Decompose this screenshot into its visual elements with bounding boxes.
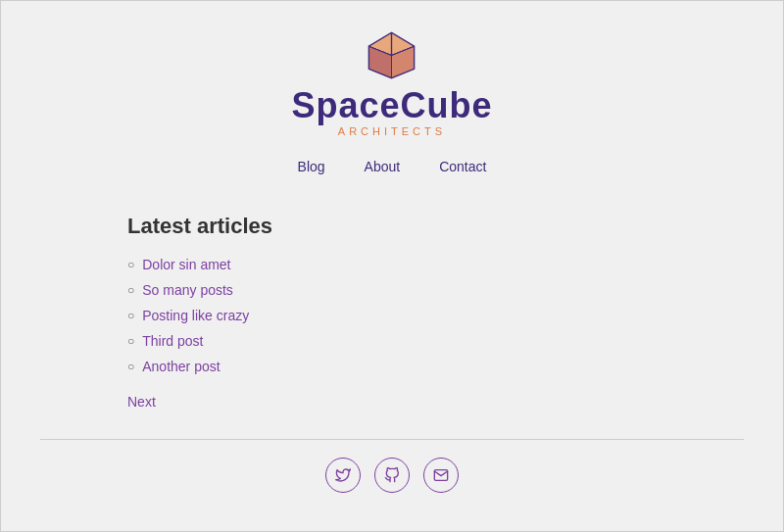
logo-container: SpaceCube ARCHITECTS: [291, 28, 492, 137]
logo-icon: [365, 28, 418, 82]
nav-about[interactable]: About: [365, 159, 401, 174]
list-item: Dolor sin amet: [127, 257, 666, 272]
nav-contact[interactable]: Contact: [439, 159, 486, 174]
list-item: Posting like crazy: [127, 308, 666, 323]
section-title: Latest articles: [127, 214, 666, 239]
article-link-2[interactable]: So many posts: [142, 282, 233, 298]
brand-subtitle: ARCHITECTS: [338, 125, 446, 137]
main-nav: Blog About Contact: [298, 159, 487, 174]
main-content: Latest articles Dolor sin amet So many p…: [118, 214, 666, 410]
twitter-icon[interactable]: [325, 458, 361, 493]
divider: [40, 439, 744, 440]
article-link-3[interactable]: Posting like crazy: [142, 308, 249, 323]
list-item: Another post: [127, 359, 666, 374]
footer: [325, 458, 459, 493]
list-item: So many posts: [127, 282, 666, 298]
article-link-1[interactable]: Dolor sin amet: [142, 257, 230, 272]
article-link-4[interactable]: Third post: [142, 333, 203, 349]
article-link-5[interactable]: Another post: [142, 359, 220, 374]
next-link[interactable]: Next: [127, 394, 666, 410]
email-icon[interactable]: [423, 458, 459, 493]
header: SpaceCube ARCHITECTS Blog About Contact: [291, 28, 492, 174]
article-list: Dolor sin amet So many posts Posting lik…: [127, 257, 666, 374]
nav-blog[interactable]: Blog: [298, 159, 325, 174]
brand-name: SpaceCube: [291, 86, 492, 125]
github-icon[interactable]: [374, 458, 410, 493]
page-frame: SpaceCube ARCHITECTS Blog About Contact …: [0, 0, 784, 532]
list-item: Third post: [127, 333, 666, 349]
